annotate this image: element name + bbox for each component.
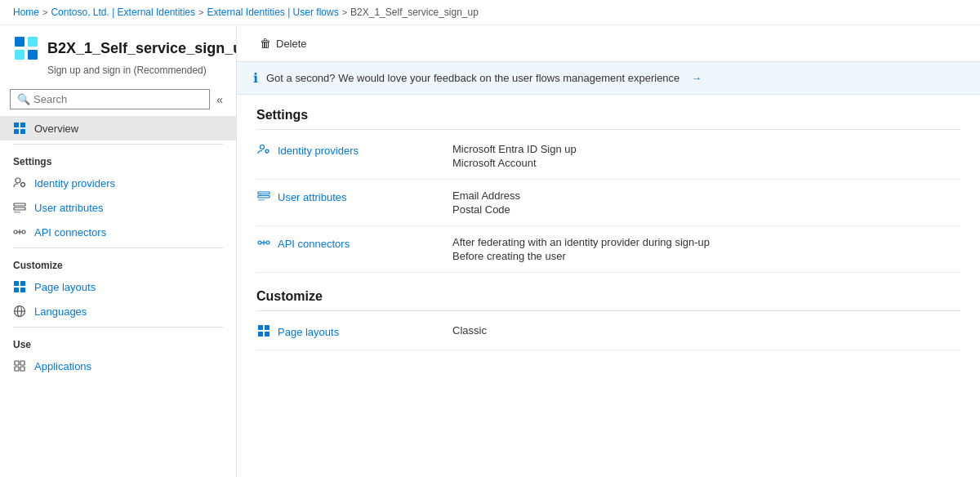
svg-rect-12 [14,212,20,213]
page-layouts-content-icon [256,324,271,340]
svg-rect-24 [15,361,19,365]
main-content: 🗑 Delete ℹ Got a second? We would love y… [237,25,980,477]
breadcrumb-current: B2X_1_Self_service_sign_up [350,7,479,18]
svg-rect-6 [14,129,19,134]
svg-rect-26 [15,367,19,371]
identity-value-2: Microsoft Account [452,157,577,169]
breadcrumb-sep-2: > [198,7,203,17]
sidebar-item-applications[interactable]: Applications [0,354,236,378]
breadcrumb-userflows[interactable]: External Identities | User flows [207,7,338,18]
divider-1 [13,144,223,145]
api-connectors-nav-icon [13,225,26,238]
settings-row-link-api: API connectors [256,236,436,252]
user-attributes-link[interactable]: User attributes [278,191,347,203]
svg-rect-40 [265,332,270,337]
svg-rect-37 [258,325,263,330]
svg-rect-31 [258,196,270,198]
svg-rect-5 [20,123,25,127]
settings-section-label: Settings [0,148,236,171]
sidebar-item-identity-providers[interactable]: Identity providers [0,171,236,195]
identity-providers-label: Identity providers [34,177,115,189]
settings-row-identity-providers: Identity providers Microsoft Entra ID Si… [256,133,960,180]
svg-rect-18 [20,281,25,286]
svg-rect-3 [28,50,38,60]
settings-row-page-layouts: Page layouts Classic [256,314,960,350]
use-section-label: Use [0,331,236,354]
trash-icon: 🗑 [260,37,271,50]
settings-row-user-attributes: User attributes Email Address Postal Cod… [256,180,960,226]
svg-rect-25 [20,361,24,365]
svg-point-8 [16,178,20,183]
svg-point-13 [14,230,17,234]
divider-2 [13,247,223,248]
page-layouts-label: Page layouts [34,281,96,293]
page-layouts-link[interactable]: Page layouts [278,326,339,338]
search-box: 🔍 [10,89,210,109]
banner-arrow[interactable]: → [691,72,702,84]
page-layouts-values: Classic [452,324,487,337]
search-input[interactable] [33,93,203,105]
api-value-1: After federating with an identity provid… [452,236,710,248]
applications-nav-icon [13,359,26,372]
breadcrumb-contoso[interactable]: Contoso, Ltd. | External Identities [51,7,195,18]
collapse-button[interactable]: « [213,90,226,109]
sidebar-header: B2X_1_Self_service_sign_up ... Sign up a… [0,25,236,82]
page-layouts-nav-icon [13,280,26,293]
user-attributes-content-icon [256,189,271,205]
info-icon: ℹ [253,70,258,86]
api-value-2: Before creating the user [452,250,710,262]
page-subtitle: Sign up and sign in (Recommended) [47,65,223,76]
identity-value-1: Microsoft Entra ID Sign up [452,143,577,155]
svg-point-33 [258,241,261,244]
svg-rect-39 [258,332,263,337]
svg-rect-32 [258,199,265,201]
svg-point-28 [261,145,265,149]
identity-providers-values: Microsoft Entra ID Sign up Microsoft Acc… [452,143,577,169]
sidebar: B2X_1_Self_service_sign_up ... Sign up a… [0,25,237,477]
customize-section-label: Customize [0,252,236,274]
b2x-icon [13,35,39,61]
svg-rect-7 [20,129,25,134]
svg-point-34 [266,241,270,244]
settings-row-link-identity: Identity providers [256,143,436,158]
content-body: Settings Identity providers Mi [237,95,980,363]
breadcrumb-home[interactable]: Home [13,7,39,18]
svg-rect-1 [28,37,38,47]
applications-label: Applications [34,360,91,372]
breadcrumb: Home > Contoso, Ltd. | External Identiti… [0,0,980,25]
settings-row-link-page-layouts: Page layouts [256,324,436,340]
api-connectors-label: API connectors [34,226,106,238]
svg-rect-2 [15,50,24,60]
svg-rect-0 [15,37,24,47]
banner-message: Got a second? We would love your feedbac… [266,72,679,84]
page-layouts-value-1: Classic [452,324,487,337]
attribute-value-2: Postal Code [452,203,520,216]
svg-rect-19 [14,288,19,292]
settings-row-link-attributes: User attributes [256,189,436,205]
svg-rect-17 [14,281,19,286]
identity-providers-nav-icon [13,176,26,189]
svg-point-14 [22,230,25,234]
delete-button[interactable]: 🗑 Delete [253,33,314,53]
overview-label: Overview [34,123,78,135]
identity-providers-link[interactable]: Identity providers [278,145,359,157]
sidebar-item-languages[interactable]: Languages [0,299,236,323]
attribute-value-1: Email Address [452,189,520,202]
api-connectors-values: After federating with an identity provid… [452,236,710,262]
user-attributes-nav-icon [13,201,26,214]
svg-rect-11 [14,207,25,210]
user-attributes-values: Email Address Postal Code [452,189,520,216]
svg-rect-4 [14,123,19,127]
sidebar-item-user-attributes[interactable]: User attributes [0,195,236,220]
search-icon: 🔍 [17,93,30,105]
identity-providers-content-icon [256,143,271,158]
divider-3 [13,327,223,328]
sidebar-item-page-layouts[interactable]: Page layouts [0,274,236,299]
sidebar-item-overview[interactable]: Overview [0,116,236,140]
sidebar-item-api-connectors[interactable]: API connectors [0,220,236,244]
breadcrumb-sep-3: > [342,7,347,17]
user-attributes-label: User attributes [34,202,104,214]
api-connectors-link[interactable]: API connectors [278,238,350,250]
svg-rect-30 [258,192,270,194]
breadcrumb-sep-1: > [42,7,47,17]
